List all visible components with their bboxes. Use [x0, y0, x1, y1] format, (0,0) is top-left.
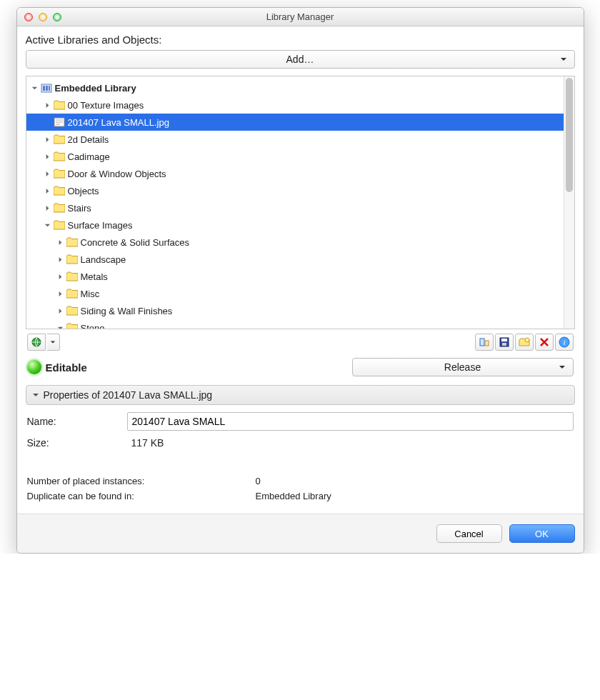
folder-icon — [54, 134, 65, 144]
duplicate-value: Embedded Library — [256, 491, 331, 501]
info-button[interactable]: i — [555, 334, 574, 351]
disclosure-triangle-icon[interactable] — [44, 154, 52, 160]
tree-item-label: Surface Images — [68, 220, 133, 231]
folder-icon — [54, 220, 65, 230]
titlebar[interactable]: Library Manager — [17, 8, 584, 26]
tree-folder[interactable]: Embedded Library — [26, 79, 574, 96]
properties-header[interactable]: Properties of 201407 Lava SMALL.jpg — [26, 385, 575, 405]
cancel-button[interactable]: Cancel — [436, 524, 502, 543]
editable-status-label: Editable — [46, 361, 87, 374]
svg-rect-10 — [501, 339, 507, 341]
tree-folder[interactable]: Metals — [26, 268, 574, 285]
folder-icon — [66, 289, 78, 299]
folder-icon — [54, 186, 65, 196]
name-field[interactable] — [127, 412, 574, 431]
folder-icon — [66, 323, 78, 329]
folder-icon — [66, 254, 78, 264]
tree-folder[interactable]: Misc — [26, 285, 574, 302]
disclosure-triangle-icon[interactable] — [56, 256, 65, 263]
tree-item-label: Stairs — [68, 203, 91, 214]
add-dropdown-button[interactable]: Add… — [26, 50, 575, 69]
tree-item-label: 2d Details — [68, 134, 109, 145]
section-heading: Active Libraries and Objects: — [26, 34, 575, 46]
tree-item-label: Stone — [81, 323, 105, 330]
add-button-label: Add… — [286, 54, 314, 65]
tree-folder[interactable]: 00 Texture Images — [26, 96, 574, 114]
ok-button[interactable]: OK — [509, 524, 575, 543]
svg-point-12 — [525, 338, 529, 342]
svg-rect-7 — [480, 339, 484, 346]
duplicate-label: Duplicate can be found in: — [27, 491, 256, 501]
disclosure-triangle-icon[interactable] — [56, 325, 65, 330]
svg-rect-8 — [485, 341, 489, 346]
tree-folder[interactable]: Stone — [26, 319, 574, 329]
folder-icon — [54, 151, 65, 161]
disclosure-triangle-icon[interactable] — [56, 291, 65, 297]
tree-toolbar: i — [26, 329, 575, 355]
tree-item-label: 201407 Lava SMALL.jpg — [68, 117, 169, 128]
tree-item-label: Door & Window Objects — [68, 169, 166, 179]
tree-folder[interactable]: Objects — [26, 182, 574, 199]
disclosure-triangle-icon[interactable] — [44, 222, 52, 229]
tree-folder[interactable]: Siding & Wall Finishes — [26, 302, 574, 319]
web-library-button[interactable] — [27, 334, 46, 351]
tree-scrollbar[interactable] — [564, 76, 574, 329]
tree-folder[interactable]: Stairs — [26, 199, 574, 216]
release-dropdown-button[interactable]: Release — [352, 358, 574, 376]
scrollbar-thumb[interactable] — [566, 78, 573, 192]
tree-folder[interactable]: Concrete & Solid Surfaces — [26, 234, 574, 251]
disclosure-triangle-icon[interactable] — [44, 188, 52, 194]
tree-folder[interactable]: Door & Window Objects — [26, 165, 574, 182]
library-icon — [41, 83, 52, 93]
disclosure-triangle-icon[interactable] — [44, 102, 52, 109]
tree-item-label: Misc — [81, 289, 100, 299]
tree-item-label: Cadimage — [68, 151, 110, 162]
svg-rect-2 — [46, 86, 48, 91]
new-folder-button[interactable] — [515, 334, 534, 351]
instances-label: Number of placed instances: — [27, 476, 256, 486]
tree-folder[interactable]: Surface Images — [26, 216, 574, 234]
save-button[interactable] — [495, 334, 514, 351]
image-file-icon — [54, 117, 65, 127]
content-area: Active Libraries and Objects: Add… Embed… — [17, 26, 584, 514]
chevron-down-icon — [559, 361, 566, 373]
disclosure-triangle-icon — [32, 389, 39, 401]
editable-status-icon — [27, 360, 41, 374]
tree-item-label: Landscape — [81, 254, 126, 265]
tree-item-label: Concrete & Solid Surfaces — [81, 237, 189, 248]
dialog-footer: Cancel OK — [17, 514, 584, 553]
window-title: Library Manager — [17, 11, 584, 22]
svg-rect-11 — [502, 343, 506, 346]
disclosure-triangle-icon[interactable] — [56, 274, 65, 280]
tree-file[interactable]: 201407 Lava SMALL.jpg — [26, 114, 574, 131]
release-button-label: Release — [444, 361, 481, 373]
disclosure-triangle-icon[interactable] — [44, 205, 52, 211]
properties-panel: Name: Size: 117 KB Number of placed inst… — [26, 405, 575, 504]
disclosure-triangle-icon[interactable] — [56, 308, 65, 314]
disclosure-triangle-icon[interactable] — [44, 136, 52, 143]
svg-rect-3 — [49, 86, 50, 91]
disclosure-triangle-icon[interactable] — [31, 85, 39, 91]
size-label: Size: — [27, 437, 127, 449]
library-tree: Embedded Library00 Texture Images201407 … — [26, 76, 575, 329]
folder-icon — [66, 271, 78, 281]
library-manager-window: Library Manager Active Libraries and Obj… — [16, 7, 584, 554]
tree-item-label: Metals — [81, 271, 108, 282]
svg-text:i: i — [563, 338, 565, 346]
properties-title: Properties of 201407 Lava SMALL.jpg — [44, 389, 213, 401]
tree-item-label: 00 Texture Images — [68, 100, 144, 111]
svg-rect-1 — [43, 86, 45, 91]
folder-icon — [54, 100, 65, 110]
tree-item-label: Siding & Wall Finishes — [81, 306, 173, 316]
tree-folder[interactable]: Landscape — [26, 251, 574, 268]
delete-button[interactable] — [535, 334, 554, 351]
place-object-button[interactable] — [475, 334, 494, 351]
web-library-menu-button[interactable] — [47, 334, 60, 351]
tree-folder[interactable]: Cadimage — [26, 148, 574, 165]
size-value: 117 KB — [127, 437, 574, 449]
folder-icon — [66, 306, 78, 316]
instances-value: 0 — [256, 476, 261, 486]
disclosure-triangle-icon[interactable] — [44, 171, 52, 177]
tree-folder[interactable]: 2d Details — [26, 131, 574, 148]
disclosure-triangle-icon[interactable] — [56, 239, 65, 246]
